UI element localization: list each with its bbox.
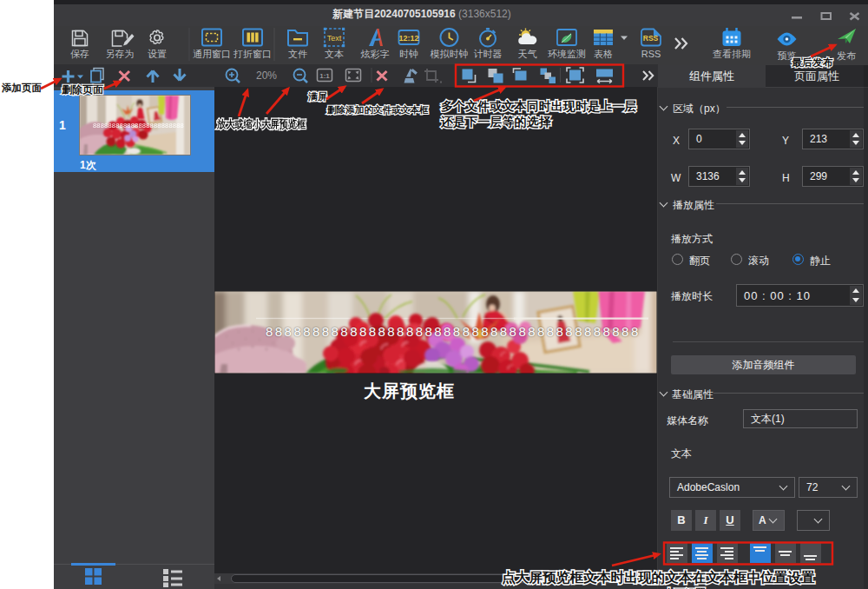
svg-text:1:1: 1:1 bbox=[319, 72, 330, 80]
svg-text:环境监测: 环境监测 bbox=[548, 49, 586, 59]
svg-text:20%: 20% bbox=[256, 69, 277, 82]
svg-text:计时器: 计时器 bbox=[474, 49, 503, 59]
svg-text:文件: 文件 bbox=[288, 49, 307, 59]
svg-text:天气: 天气 bbox=[518, 49, 537, 59]
svg-text:文本: 文本 bbox=[325, 49, 344, 59]
svg-text:炫彩字: 炫彩字 bbox=[361, 49, 390, 60]
svg-text:12:12: 12:12 bbox=[398, 34, 418, 43]
svg-text:查看排期: 查看排期 bbox=[713, 49, 751, 59]
svg-text:RSS: RSS bbox=[641, 49, 661, 59]
svg-text:通用窗口: 通用窗口 bbox=[193, 49, 231, 59]
svg-text:另存为: 另存为 bbox=[106, 49, 135, 59]
svg-text:Text: Text bbox=[327, 34, 342, 43]
svg-text:表格: 表格 bbox=[594, 49, 613, 59]
svg-text:模拟时钟: 模拟时钟 bbox=[431, 49, 469, 59]
svg-text:发布: 发布 bbox=[837, 50, 856, 61]
svg-text:888888888888888888888888: 888888888888888888888888 bbox=[93, 122, 184, 129]
svg-text:保存: 保存 bbox=[70, 49, 89, 59]
svg-text:打折窗口: 打折窗口 bbox=[233, 49, 272, 59]
svg-text:RSS: RSS bbox=[643, 34, 659, 43]
svg-text:时钟: 时钟 bbox=[399, 49, 418, 59]
svg-text:设置: 设置 bbox=[148, 49, 167, 59]
